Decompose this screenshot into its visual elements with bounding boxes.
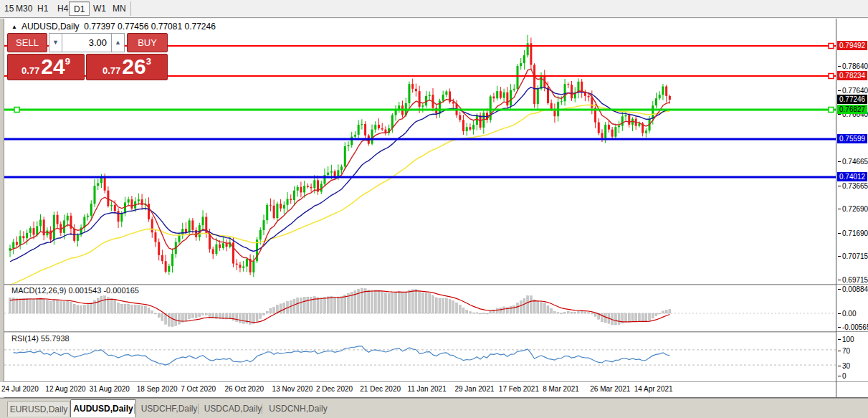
macd-histogram-bar: [53, 300, 55, 313]
macd-histogram-bar: [120, 304, 123, 313]
macd-histogram-bar: [161, 313, 163, 320]
timeframe-button-w1[interactable]: W1: [89, 1, 110, 16]
timeframe-button-h1[interactable]: H1: [33, 1, 52, 16]
macd-histogram-bar: [513, 305, 515, 313]
candle-body: [77, 235, 79, 241]
macd-histogram-bar: [652, 313, 654, 318]
macd-histogram-bar: [334, 297, 336, 313]
candle-body: [598, 123, 600, 133]
macd-histogram-bar: [486, 313, 488, 314]
tab-usdcnh[interactable]: USDCNH,Daily: [266, 401, 330, 417]
macd-histogram-bar: [263, 313, 265, 315]
macd-histogram-bar: [337, 297, 339, 313]
macd-histogram-bar: [266, 311, 268, 313]
candle-body: [411, 84, 414, 89]
macd-histogram-bar: [547, 306, 549, 313]
macd-histogram-bar: [456, 303, 458, 313]
line-handle-icon[interactable]: [14, 107, 19, 112]
date-axis-label: 12 Aug 2020: [45, 385, 85, 393]
line-handle-icon[interactable]: [829, 107, 834, 112]
macd-histogram-bar: [469, 312, 471, 313]
tab-eurusd[interactable]: EURUSD,Daily: [7, 401, 70, 417]
candle-body: [537, 89, 539, 104]
tick-mark-icon: [838, 186, 841, 186]
candle-body: [49, 230, 52, 239]
candle-body: [67, 216, 69, 221]
macd-histogram-bar: [26, 299, 28, 313]
candle-body: [290, 199, 292, 200]
macd-histogram-bar: [364, 289, 366, 313]
macd-histogram-bar: [368, 290, 370, 313]
macd-histogram-bar: [669, 310, 671, 313]
macd-histogram-bar: [59, 302, 62, 313]
date-axis-label: 11 Jan 2021: [407, 385, 446, 393]
line-handle-icon[interactable]: [829, 43, 834, 48]
macd-histogram-bar: [22, 299, 24, 313]
candle-body: [270, 205, 272, 206]
buy-price-button[interactable]: 0.77 26 3: [86, 54, 168, 80]
macd-histogram-bar: [496, 308, 498, 313]
date-axis[interactable]: 24 Jul 202012 Aug 202031 Aug 202018 Sep …: [0, 382, 836, 397]
tab-usdchf[interactable]: USDCHF,Daily: [138, 401, 200, 417]
tick-mark-icon: [838, 161, 841, 162]
macd-histogram-bar: [229, 313, 231, 319]
timeframe-button-mn[interactable]: MN: [108, 1, 130, 16]
tab-usdcad[interactable]: USDCAD,Daily: [202, 401, 264, 417]
tab-audusd[interactable]: AUDUSD,Daily: [70, 399, 136, 417]
macd-histogram-bar: [517, 303, 519, 313]
macd-histogram-bar: [270, 308, 272, 313]
macd-histogram-bar: [202, 313, 204, 315]
macd-histogram-bar: [317, 298, 319, 313]
macd-histogram-bar: [561, 313, 563, 314]
macd-histogram-bar: [300, 298, 302, 313]
volume-input[interactable]: 3.00: [62, 33, 111, 52]
candle-body: [273, 206, 275, 218]
macd-histogram-bar: [405, 292, 407, 313]
macd-histogram-bar: [77, 305, 79, 313]
macd-histogram-bar: [577, 311, 579, 313]
macd-histogram-bar: [381, 292, 383, 313]
tick-mark-icon: [838, 280, 841, 280]
macd-histogram-bar: [43, 299, 45, 313]
date-axis-label: 7 Oct 2020: [181, 385, 216, 393]
macd-histogram-bar: [171, 313, 173, 327]
macd-histogram-bar: [374, 290, 376, 313]
macd-indicator-label: MACD(12,26,9) 0.001543 -0.000165: [11, 286, 139, 295]
macd-histogram-bar: [649, 313, 651, 320]
macd-histogram-bar: [33, 299, 35, 313]
buy-button[interactable]: BUY: [127, 33, 168, 52]
line-handle-icon[interactable]: [829, 73, 834, 78]
volume-decrease-button[interactable]: ▼: [49, 33, 62, 52]
price-axis-tick: 0.74665: [838, 158, 868, 166]
macd-histogram-bar: [510, 306, 512, 313]
macd-histogram-bar: [110, 299, 113, 313]
candle-body: [29, 228, 32, 233]
price-axis[interactable]: 0.786400.776400.766400.746650.736650.726…: [836, 19, 868, 397]
macd-histogram-bar: [665, 310, 667, 313]
candle-body: [601, 133, 604, 138]
macd-histogram-bar: [388, 293, 390, 313]
macd-histogram-bar: [411, 290, 414, 313]
price-axis-tick: 0.73665: [838, 182, 868, 190]
macd-histogram-bar: [408, 290, 410, 313]
sell-button[interactable]: SELL: [7, 33, 47, 52]
price-axis-tick: 0.78640: [838, 62, 868, 70]
candle-body: [181, 229, 183, 234]
macd-histogram-bar: [588, 313, 590, 313]
candle-body: [300, 187, 302, 193]
timeframe-button-d1[interactable]: D1: [69, 1, 90, 16]
candle-body: [161, 255, 163, 261]
macd-histogram-bar: [466, 310, 468, 313]
tick-mark-icon: [838, 366, 841, 366]
panel-separator[interactable]: [4, 284, 836, 285]
candle-body: [665, 86, 667, 95]
macd-histogram-bar: [581, 311, 583, 313]
macd-histogram-bar: [442, 298, 444, 313]
volume-increase-button[interactable]: ▲: [111, 33, 125, 52]
panel-separator[interactable]: [4, 331, 836, 333]
candle-body: [97, 183, 99, 186]
date-axis-label: 17 Feb 2021: [499, 385, 539, 393]
macd-histogram-bar: [625, 313, 627, 322]
sell-price-button[interactable]: 0.77 24 9: [7, 54, 85, 80]
macd-histogram-bar: [19, 298, 22, 313]
